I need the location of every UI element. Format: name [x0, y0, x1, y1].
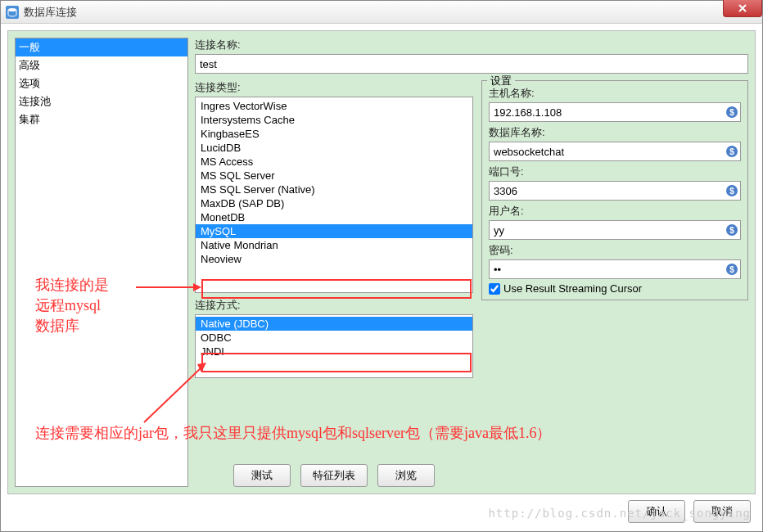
port-label: 端口号: — [489, 165, 741, 179]
password-input[interactable] — [489, 259, 741, 279]
connection-method-list[interactable]: Native (JDBC) ODBC JNDI — [195, 314, 473, 378]
database-label: 数据库名称: — [489, 125, 741, 140]
list-item[interactable]: Neoview — [196, 252, 472, 266]
list-item[interactable]: MonetDB — [196, 210, 472, 224]
sidebar-item-options[interactable]: 选项 — [16, 74, 187, 92]
variable-icon[interactable]: $ — [726, 106, 738, 118]
method-item-native[interactable]: Native (JDBC) — [196, 317, 472, 331]
method-item-odbc[interactable]: ODBC — [196, 331, 472, 345]
connection-method-label: 连接方式: — [195, 298, 473, 313]
dialog-window: 数据库连接 一般 高级 选项 连接池 集群 连接名称: 连接类型: Ingres… — [0, 0, 763, 532]
watermark-text: http://blog.csdn.net/jack_songying — [488, 507, 751, 520]
host-label: 主机名称: — [489, 86, 741, 101]
username-label: 用户名: — [489, 204, 741, 219]
list-item[interactable]: MS SQL Server (Native) — [196, 183, 472, 196]
method-item-jndi[interactable]: JNDI — [196, 345, 472, 358]
feature-list-button[interactable]: 特征列表 — [300, 464, 368, 487]
list-item[interactable]: Native Mondrian — [196, 238, 472, 252]
port-input[interactable] — [489, 181, 741, 201]
list-item-mysql[interactable]: MySQL — [196, 224, 472, 238]
password-label: 密码: — [489, 243, 741, 258]
username-input[interactable] — [489, 220, 741, 240]
sidebar-item-pool[interactable]: 连接池 — [16, 92, 187, 110]
main-panel: 连接名称: 连接类型: Ingres VectorWise Intersyste… — [195, 38, 748, 458]
action-buttons: 测试 特征列表 浏览 — [195, 464, 473, 487]
close-button[interactable] — [723, 0, 762, 17]
list-item[interactable]: Ingres VectorWise — [196, 99, 472, 113]
svg-point-0 — [8, 8, 16, 11]
connection-name-input[interactable] — [195, 54, 748, 74]
list-item[interactable]: MS Access — [196, 155, 472, 169]
window-title: 数据库连接 — [24, 5, 77, 20]
connection-type-list[interactable]: Ingres VectorWise Intersystems Cache Kin… — [195, 97, 473, 293]
browse-button[interactable]: 浏览 — [377, 464, 435, 487]
connection-type-label: 连接类型: — [195, 80, 473, 95]
connection-name-label: 连接名称: — [195, 38, 748, 52]
list-item[interactable]: KingbaseES — [196, 127, 472, 141]
sidebar-item-cluster[interactable]: 集群 — [16, 110, 187, 128]
variable-icon[interactable]: $ — [726, 224, 738, 236]
content-area: 一般 高级 选项 连接池 集群 连接名称: 连接类型: Ingres Vecto… — [7, 30, 756, 494]
settings-fieldset: 设置 主机名称: $ 数据库名称: $ 端口号: — [481, 80, 748, 300]
streaming-label: Use Result Streaming Cursor — [503, 282, 642, 295]
sidebar-item-advanced[interactable]: 高级 — [16, 56, 187, 74]
list-item[interactable]: Intersystems Cache — [196, 113, 472, 127]
list-item[interactable]: MS SQL Server — [196, 169, 472, 183]
variable-icon[interactable]: $ — [726, 185, 738, 196]
list-item[interactable]: LucidDB — [196, 141, 472, 155]
database-input[interactable] — [489, 142, 741, 161]
titlebar: 数据库连接 — [1, 1, 762, 24]
category-sidebar: 一般 高级 选项 连接池 集群 — [15, 38, 188, 487]
list-item[interactable]: MaxDB (SAP DB) — [196, 196, 472, 210]
host-input[interactable] — [489, 102, 741, 122]
settings-legend: 设置 — [487, 74, 515, 88]
streaming-checkbox[interactable] — [489, 283, 500, 295]
variable-icon[interactable]: $ — [726, 146, 738, 157]
database-icon — [6, 6, 19, 19]
variable-icon[interactable]: $ — [726, 264, 738, 275]
test-button[interactable]: 测试 — [233, 464, 291, 487]
sidebar-item-general[interactable]: 一般 — [16, 38, 187, 56]
